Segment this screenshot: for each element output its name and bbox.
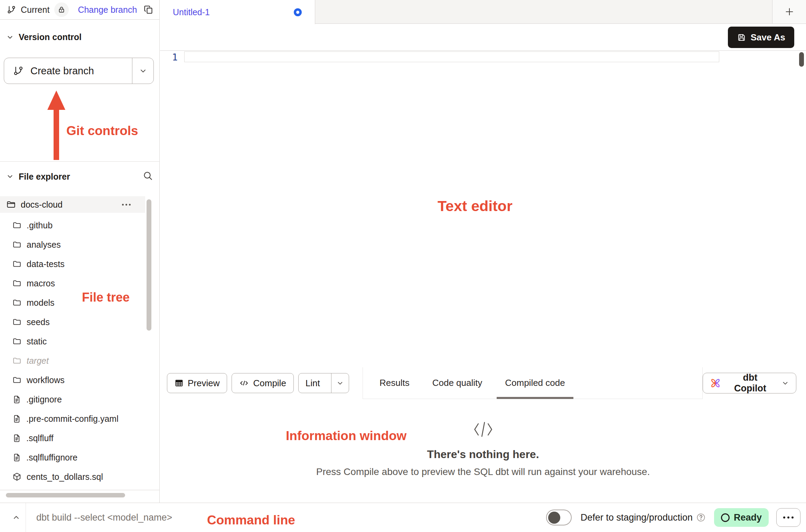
file-tree: .githubanalysesdata-testsmacrosmodelssee… [0, 216, 159, 486]
result-toolbar: Preview Compile Lint ResultsCode qual [160, 367, 806, 399]
root-folder-label: docs-cloud [21, 200, 63, 210]
file-row[interactable]: .sqlfluff [0, 428, 145, 448]
file-explorer-title: File explorer [19, 172, 70, 182]
file-label: cents_to_dollars.sql [27, 472, 103, 482]
lock-icon [58, 6, 65, 13]
chevron-up-icon[interactable] [12, 513, 21, 522]
annotation-git-controls: Git controls [66, 124, 138, 138]
create-branch-dropdown[interactable] [132, 58, 153, 84]
lint-button[interactable]: Lint [299, 373, 327, 393]
branch-locked-chip [54, 2, 69, 17]
editor-scrollbar[interactable] [799, 52, 804, 67]
more-options-button[interactable] [776, 508, 800, 527]
file-label: .github [27, 220, 53, 230]
file-row[interactable]: static [0, 332, 145, 351]
status-ring-icon [721, 513, 730, 522]
command-bar-right: Defer to staging/production Ready [546, 508, 806, 527]
annotation-arrow-head [47, 91, 65, 110]
empty-state-subtitle: Press Compile above to preview the SQL d… [316, 466, 650, 477]
create-branch-button[interactable]: Create branch [4, 58, 154, 84]
tab-title: Untitled-1 [173, 7, 210, 17]
file-label: .sqlfluff [26, 433, 54, 443]
tab-untitled-1[interactable]: Untitled-1 [160, 0, 315, 24]
model-icon [12, 472, 21, 481]
preview-button[interactable]: Preview [167, 373, 227, 393]
version-control-header[interactable]: Version control [0, 32, 159, 42]
save-as-label: Save As [751, 32, 785, 43]
sidebar: Current Change branch Version control Cr… [0, 0, 160, 503]
new-tab-button[interactable] [772, 0, 806, 23]
chevron-down-icon [781, 379, 789, 387]
file-row[interactable]: cents_to_dollars.sql [0, 467, 145, 486]
tab-strip: Untitled-1 [160, 0, 806, 24]
preview-label: Preview [188, 378, 219, 389]
file-label: macros [27, 278, 55, 288]
annotation-information-window: Information window [286, 429, 406, 443]
create-branch-label: Create branch [30, 65, 94, 77]
folder-open-icon [6, 200, 16, 209]
save-as-button[interactable]: Save As [728, 27, 794, 48]
version-control-title: Version control [19, 32, 82, 42]
compile-button[interactable]: Compile [232, 373, 293, 393]
file-label: data-tests [27, 259, 65, 269]
lint-label: Lint [306, 378, 320, 389]
file-row[interactable]: .github [0, 216, 145, 235]
file-row[interactable]: .sqlfluffignore [0, 448, 145, 467]
result-tab-code-quality[interactable]: Code quality [424, 367, 491, 399]
copy-icon[interactable] [143, 5, 153, 15]
folder-icon [12, 298, 21, 307]
file-row[interactable]: .gitignore [0, 390, 145, 409]
create-branch-main[interactable]: Create branch [4, 58, 132, 84]
compile-label: Compile [253, 378, 286, 389]
file-row[interactable]: seeds [0, 312, 145, 332]
git-branch-icon [7, 5, 16, 14]
git-header: Current Change branch [0, 0, 159, 20]
folder-icon [12, 356, 21, 365]
status-label: Ready [734, 512, 762, 523]
result-tab-compiled-code[interactable]: Compiled code [497, 367, 573, 399]
dbt-copilot-icon [710, 378, 721, 389]
annotation-command-line: Command line [207, 513, 295, 528]
chevron-down-icon [6, 34, 14, 41]
file-row-root[interactable]: docs-cloud [0, 196, 145, 213]
file-icon [12, 415, 21, 423]
file-label: target [27, 356, 49, 366]
command-bar: Defer to staging/production Ready [0, 503, 806, 532]
folder-icon [12, 259, 21, 268]
dbt-copilot-button[interactable]: dbt Copilot [703, 373, 796, 393]
search-icon[interactable] [143, 171, 153, 181]
chevron-down-icon [6, 173, 14, 180]
file-label: static [27, 336, 47, 346]
file-row[interactable]: .pre-commit-config.yaml [0, 409, 145, 428]
lint-dropdown[interactable] [331, 373, 349, 393]
action-buttons: Preview Compile Lint [160, 367, 363, 399]
defer-label: Defer to staging/production [581, 512, 693, 523]
command-input[interactable] [36, 512, 188, 523]
more-options-icon[interactable] [122, 204, 131, 206]
file-label: .pre-commit-config.yaml [26, 414, 119, 424]
horizontal-scrollbar[interactable] [6, 493, 125, 497]
result-tabs: ResultsCode qualityCompiled code [363, 367, 703, 399]
result-tab-results[interactable]: Results [371, 367, 418, 399]
annotation-file-tree: File tree [82, 290, 130, 305]
horizontal-scroll-strip [0, 490, 159, 503]
code-brackets-icon [473, 421, 493, 438]
file-row[interactable]: analyses [0, 235, 145, 254]
file-explorer-header[interactable]: File explorer [0, 171, 159, 182]
vertical-scrollbar[interactable] [147, 199, 151, 331]
file-label: models [27, 298, 55, 308]
editor-pane: Untitled-1 Save As 1 Preview [160, 0, 806, 503]
file-row[interactable]: workflows [0, 370, 145, 390]
file-row[interactable]: data-tests [0, 254, 145, 274]
editor-current-line[interactable] [184, 51, 719, 62]
help-icon[interactable] [696, 513, 706, 522]
plus-icon [784, 6, 795, 17]
defer-toggle[interactable] [546, 510, 572, 525]
copilot-label: dbt Copilot [726, 372, 775, 394]
file-row[interactable]: target [0, 351, 145, 370]
change-branch-link[interactable]: Change branch [78, 5, 137, 15]
current-branch-label: Current [21, 5, 49, 15]
folder-icon [12, 221, 21, 230]
file-label: .sqlfluffignore [26, 453, 77, 463]
file-icon [12, 453, 21, 462]
